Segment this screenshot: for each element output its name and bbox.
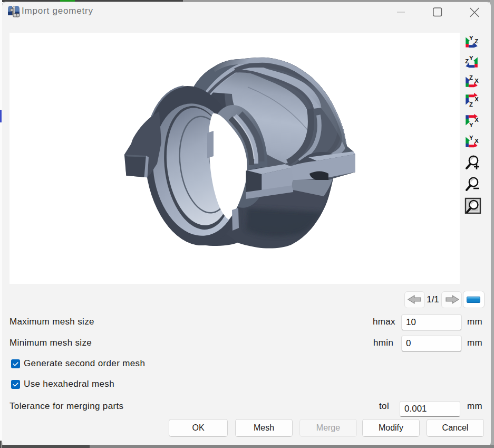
svg-text:Z: Z xyxy=(465,58,469,64)
svg-text:X: X xyxy=(474,138,479,144)
svg-text:Y: Y xyxy=(469,35,473,41)
svg-text:Z: Z xyxy=(474,38,478,44)
svg-text:Y: Y xyxy=(469,55,473,61)
svg-text:Z: Z xyxy=(469,74,473,81)
svg-text:Y: Y xyxy=(469,122,473,128)
svg-text:Y: Y xyxy=(469,135,473,141)
svg-text:X: X xyxy=(474,117,479,123)
svg-text:X: X xyxy=(474,78,479,84)
svg-text:Z: Z xyxy=(469,101,473,108)
svg-text:X: X xyxy=(474,96,479,102)
